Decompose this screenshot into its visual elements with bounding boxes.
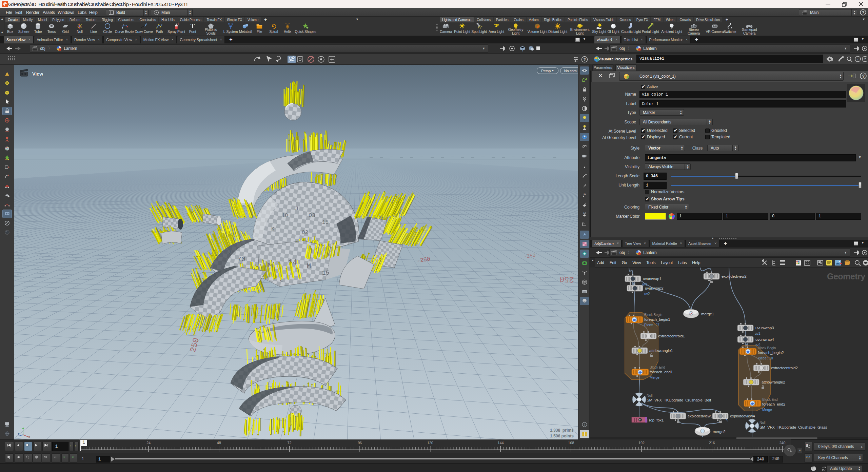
- svg-text:48: 48: [217, 441, 221, 445]
- svg-text:merge2: merge2: [713, 430, 726, 434]
- svg-text:J: J: [228, 249, 231, 255]
- svg-text:15: 15: [322, 219, 329, 225]
- svg-text:K: K: [271, 227, 274, 232]
- svg-text:SM_VFX_TKUpgrade_Crushable_Gla: SM_VFX_TKUpgrade_Crushable_Glass: [760, 425, 827, 429]
- svg-text:uv1: uv1: [642, 282, 648, 286]
- svg-text:Merge: Merge: [762, 408, 772, 412]
- svg-text:250: 250: [559, 274, 574, 284]
- svg-text:Block End: Block End: [762, 397, 778, 401]
- svg-text:i: i: [857, 57, 859, 61]
- svg-text:z: z: [18, 433, 20, 436]
- svg-text:Block End: Block End: [650, 365, 665, 369]
- svg-text:72: 72: [287, 441, 291, 445]
- svg-text:240: 240: [779, 441, 785, 445]
- svg-text:extractcentroid1: extractcentroid1: [658, 334, 685, 338]
- svg-text:?: ?: [583, 57, 586, 62]
- svg-text:J: J: [295, 205, 298, 212]
- svg-text:Merge: Merge: [650, 375, 659, 379]
- svg-text:Piece : 10: Piece : 10: [758, 356, 773, 360]
- svg-text:foreach_begin1: foreach_begin1: [644, 317, 670, 321]
- svg-text:216: 216: [709, 441, 715, 445]
- svg-text:10: 10: [281, 212, 288, 219]
- svg-text:03: 03: [309, 212, 315, 219]
- svg-text:?: ?: [862, 11, 864, 15]
- svg-text:Block Begin: Block Begin: [644, 313, 663, 317]
- svg-text:attribwrangle1: attribwrangle1: [649, 349, 673, 353]
- svg-text:explodedview3: explodedview3: [688, 414, 712, 418]
- svg-text:uvunwrap1: uvunwrap1: [643, 277, 661, 281]
- svg-text:M: M: [307, 262, 311, 270]
- svg-text:02: 02: [302, 230, 308, 236]
- svg-text:Null: Null: [647, 393, 652, 397]
- svg-text:merge1: merge1: [701, 312, 714, 316]
- svg-text:foreach_end1: foreach_end1: [650, 370, 673, 374]
- svg-text:explodedview4: explodedview4: [730, 414, 755, 418]
- svg-text:144: 144: [498, 441, 504, 445]
- svg-text:?: ?: [862, 74, 864, 79]
- svg-text:15: 15: [322, 270, 329, 276]
- svg-text:24: 24: [146, 441, 151, 445]
- svg-text:120: 120: [427, 441, 433, 445]
- svg-text:foreach_end2: foreach_end2: [762, 402, 785, 406]
- svg-text:168: 168: [568, 441, 574, 445]
- svg-text:explodedview2: explodedview2: [722, 274, 746, 278]
- svg-text:foreach_begin2: foreach_begin2: [758, 351, 784, 355]
- svg-text:Block Begin: Block Begin: [758, 346, 776, 350]
- svg-text:attribwrangle2: attribwrangle2: [762, 380, 785, 384]
- svg-text:uvunwrap2: uvunwrap2: [645, 286, 663, 290]
- svg-text:rop_fbx1: rop_fbx1: [649, 418, 664, 422]
- svg-text:?: ?: [864, 57, 866, 61]
- svg-text:uv1: uv1: [755, 331, 761, 335]
- svg-text:i: i: [584, 423, 585, 426]
- svg-text:uvunwrap3: uvunwrap3: [755, 326, 774, 330]
- svg-text:x: x: [28, 435, 30, 438]
- svg-text:192: 192: [638, 441, 645, 445]
- svg-text:70: 70: [237, 255, 245, 263]
- svg-text:SM_VFX_TKUpgrade_Crushable_Bel: SM_VFX_TKUpgrade_Crushable_Belt: [647, 398, 711, 402]
- svg-text:Null: Null: [760, 420, 765, 425]
- svg-text:extractcentroid2: extractcentroid2: [771, 366, 798, 370]
- svg-text:12: 12: [583, 211, 586, 214]
- svg-text:12: 12: [583, 192, 586, 195]
- svg-text:Piece : 27: Piece : 27: [644, 323, 659, 327]
- svg-text:96: 96: [358, 441, 362, 445]
- svg-text:uvunwrap4: uvunwrap4: [755, 337, 774, 341]
- svg-text:uv2: uv2: [644, 292, 650, 296]
